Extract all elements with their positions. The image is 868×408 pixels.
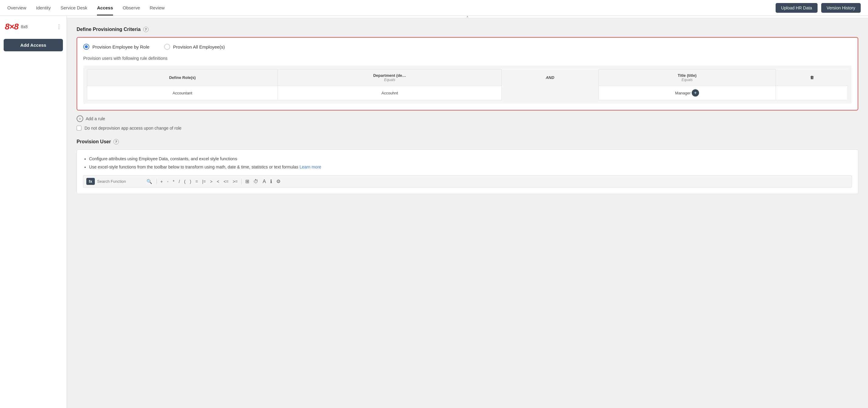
fx-badge: fx — [86, 178, 95, 185]
brand-logo: 8×8 — [5, 22, 19, 32]
radio-all-label: Provision All Employee(s) — [173, 44, 225, 49]
define-provisioning-title: Define Provisioning Criteria ? — [76, 27, 858, 32]
provision-user-title-text: Provision User — [76, 139, 111, 144]
learn-more-link[interactable]: Learn more — [300, 165, 321, 169]
col-department: Department (de… Equals — [278, 70, 502, 86]
deprovision-checkbox[interactable] — [76, 126, 82, 131]
tab-review[interactable]: Review — [150, 0, 165, 15]
tab-access[interactable]: Access — [97, 0, 113, 15]
add-column-button[interactable]: + — [692, 89, 699, 97]
toolbar-op-close-paren[interactable]: ) — [188, 178, 193, 185]
row-delete-cell — [776, 86, 848, 100]
deprovision-checkbox-row: Do not deprovision app access upon chang… — [76, 126, 858, 131]
nav-tabs: Overview Identity Service Desk Access Ob… — [7, 0, 165, 15]
add-rule-label: Add a rule — [86, 116, 105, 121]
provision-user-title: Provision User ? — [76, 139, 858, 144]
tab-observe[interactable]: Observe — [123, 0, 140, 15]
rule-table-wrapper: Define Role(s) Department (de… Equals AN… — [83, 66, 851, 104]
scroll-indicator — [67, 16, 868, 18]
radio-provision-by-role[interactable]: Provision Employee by Role — [83, 44, 150, 50]
toolbar-op-pipe-equals[interactable]: |= — [200, 178, 208, 185]
define-provisioning-help-icon[interactable]: ? — [143, 27, 149, 32]
grid-icon-button[interactable]: ⊞ — [243, 177, 251, 185]
deprovision-label: Do not deprovision app access upon chang… — [85, 126, 181, 131]
radio-by-role-label: Provision Employee by Role — [92, 44, 150, 49]
function-toolbar: fx 🔍 + - * / ( ) = |= > < <= — [83, 175, 852, 188]
text-icon-button[interactable]: A — [261, 178, 268, 185]
add-rule-button[interactable]: + Add a rule — [76, 115, 858, 122]
toolbar-op-plus[interactable]: + — [159, 178, 165, 185]
radio-provision-all[interactable]: Provision All Employee(s) — [164, 44, 225, 50]
main-content: Define Provisioning Criteria ? Provision… — [67, 16, 868, 408]
upload-hr-data-button[interactable]: Upload HR Data — [776, 3, 817, 13]
provision-user-section: Provision User ? Configure attributes us… — [76, 139, 858, 194]
toolbar-op-gte[interactable]: >= — [231, 178, 240, 185]
provision-label: Provision users with following rule defi… — [83, 56, 851, 61]
radio-circle-by-role — [83, 44, 89, 50]
define-provisioning-section: Define Provisioning Criteria ? Provision… — [76, 27, 858, 131]
add-access-button[interactable]: Add Access — [4, 39, 63, 51]
clock-icon-button[interactable]: ⏱ — [252, 178, 260, 185]
toolbar-op-lte[interactable]: <= — [222, 178, 230, 185]
criteria-actions: + Add a rule Do not deprovision app acce… — [76, 115, 858, 131]
rule-table-body: Accountant Accouhnt Manager + — [87, 86, 848, 100]
layout: 8×8 8x8 ⋮ Add Access Define Provisioning… — [0, 16, 868, 408]
table-row: Accountant Accouhnt Manager + — [87, 86, 848, 100]
rule-table: Define Role(s) Department (de… Equals AN… — [87, 69, 848, 100]
version-history-button[interactable]: Version History — [821, 3, 861, 13]
info-icon-button[interactable]: ℹ — [268, 177, 274, 185]
more-options-icon[interactable]: ⋮ — [56, 23, 62, 30]
settings-icon-button[interactable]: ⚙ — [274, 177, 282, 185]
sidebar: 8×8 8x8 ⋮ Add Access — [0, 16, 67, 408]
radio-circle-all — [164, 44, 170, 50]
tab-service-desk[interactable]: Service Desk — [60, 0, 87, 15]
radio-group: Provision Employee by Role Provision All… — [83, 44, 851, 50]
col-and: AND — [501, 70, 598, 86]
col-define-roles: Define Role(s) — [87, 70, 278, 86]
define-provisioning-title-text: Define Provisioning Criteria — [76, 27, 141, 32]
toolbar-op-gt[interactable]: > — [208, 178, 214, 185]
provision-user-box: Configure attributes using Employee Data… — [76, 149, 858, 194]
title-cell: Manager + — [598, 86, 776, 100]
col-title: Title (title) Equals — [598, 70, 776, 86]
nav-action-buttons: Upload HR Data Version History — [776, 3, 861, 13]
main-content-area: Define Provisioning Criteria ? Provision… — [67, 18, 868, 202]
tab-identity[interactable]: Identity — [36, 0, 51, 15]
top-nav: Overview Identity Service Desk Access Ob… — [0, 0, 868, 16]
and-cell — [501, 86, 598, 100]
tab-overview[interactable]: Overview — [7, 0, 26, 15]
bullet-1: Configure attributes using Employee Data… — [89, 156, 852, 162]
brand-name-label: 8x8 — [21, 24, 28, 29]
role-cell: Accountant — [87, 86, 278, 100]
criteria-box: Provision Employee by Role Provision All… — [76, 37, 858, 110]
rule-table-header: Define Role(s) Department (de… Equals AN… — [87, 70, 848, 86]
provision-user-help-icon[interactable]: ? — [113, 139, 119, 144]
sidebar-brand: 8×8 8x8 ⋮ — [4, 21, 63, 33]
toolbar-op-open-paren[interactable]: ( — [182, 178, 188, 185]
search-function-input[interactable] — [97, 179, 146, 184]
toolbar-op-minus[interactable]: - — [165, 178, 170, 185]
toolbar-op-divide[interactable]: / — [177, 178, 182, 185]
toolbar-divider-2 — [241, 179, 242, 184]
provision-user-bullets: Configure attributes using Employee Data… — [83, 156, 852, 170]
department-cell: Accouhnt — [278, 86, 502, 100]
toolbar-op-multiply[interactable]: * — [171, 178, 176, 185]
toolbar-op-lt[interactable]: < — [215, 178, 221, 185]
add-rule-icon: + — [76, 115, 83, 122]
toolbar-op-equals[interactable]: = — [194, 178, 200, 185]
search-icon-button[interactable]: 🔍 — [147, 179, 152, 184]
col-delete: 🗑 — [776, 70, 848, 86]
bullet-2: Use excel-style functions from the toolb… — [89, 164, 852, 170]
